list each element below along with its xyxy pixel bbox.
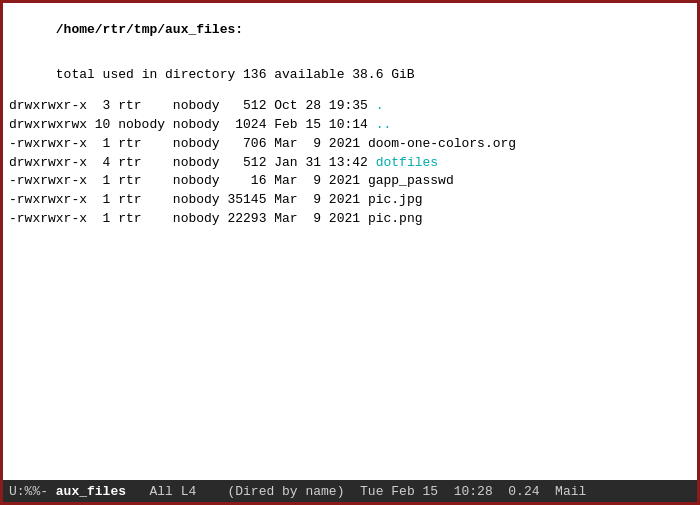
file-permissions: -rwxrwxr-x	[9, 211, 87, 226]
status-info: All L4 (Dired by name) Tue Feb 15 10:28 …	[126, 484, 586, 499]
terminal-window: /home/rtr/tmp/aux_files: total used in d…	[0, 0, 700, 505]
file-name: pic.png	[368, 211, 423, 226]
list-item[interactable]: -rwxrwxr-x 1 rtr nobody 22293 Mar 9 2021…	[9, 210, 691, 229]
file-name: ..	[376, 117, 392, 132]
file-name: pic.jpg	[368, 192, 423, 207]
header-path-line: /home/rtr/tmp/aux_files:	[9, 7, 691, 52]
status-filename: aux_files	[56, 484, 126, 499]
list-item[interactable]: -rwxrwxr-x 1 rtr nobody 16 Mar 9 2021 ga…	[9, 172, 691, 191]
summary-text: total used in directory 136 available 38…	[56, 67, 415, 82]
file-permissions: drwxrwxr-x	[9, 98, 87, 113]
file-permissions: -rwxrwxr-x	[9, 192, 87, 207]
file-permissions: drwxrwxrwx	[9, 117, 87, 132]
list-item[interactable]: drwxrwxr-x 4 rtr nobody 512 Jan 31 13:42…	[9, 154, 691, 173]
file-name: dotfiles	[376, 155, 438, 170]
file-permissions: -rwxrwxr-x	[9, 173, 87, 188]
file-meta: 1 rtr nobody 706 Mar 9 2021	[87, 136, 368, 151]
file-meta: 1 rtr nobody 22293 Mar 9 2021	[87, 211, 368, 226]
file-permissions: -rwxrwxr-x	[9, 136, 87, 151]
list-item[interactable]: drwxrwxr-x 3 rtr nobody 512 Oct 28 19:35…	[9, 97, 691, 116]
file-meta: 3 rtr nobody 512 Oct 28 19:35	[87, 98, 376, 113]
file-listing: drwxrwxr-x 3 rtr nobody 512 Oct 28 19:35…	[9, 97, 691, 229]
file-meta: 4 rtr nobody 512 Jan 31 13:42	[87, 155, 376, 170]
status-bar: U:%%- aux_files All L4 (Dired by name) T…	[3, 480, 697, 502]
file-meta: 1 rtr nobody 35145 Mar 9 2021	[87, 192, 368, 207]
file-name: doom-one-colors.org	[368, 136, 516, 151]
list-item[interactable]: drwxrwxrwx 10 nobody nobody 1024 Feb 15 …	[9, 116, 691, 135]
status-mode: U:%%-	[9, 484, 56, 499]
list-item[interactable]: -rwxrwxr-x 1 rtr nobody 35145 Mar 9 2021…	[9, 191, 691, 210]
file-name: .	[376, 98, 384, 113]
list-item[interactable]: -rwxrwxr-x 1 rtr nobody 706 Mar 9 2021 d…	[9, 135, 691, 154]
main-content: /home/rtr/tmp/aux_files: total used in d…	[3, 3, 697, 480]
file-permissions: drwxrwxr-x	[9, 155, 87, 170]
file-meta: 10 nobody nobody 1024 Feb 15 10:14	[87, 117, 376, 132]
directory-path: /home/rtr/tmp/aux_files:	[56, 22, 243, 37]
file-meta: 1 rtr nobody 16 Mar 9 2021	[87, 173, 368, 188]
header-summary-line: total used in directory 136 available 38…	[9, 52, 691, 97]
file-name: gapp_passwd	[368, 173, 454, 188]
